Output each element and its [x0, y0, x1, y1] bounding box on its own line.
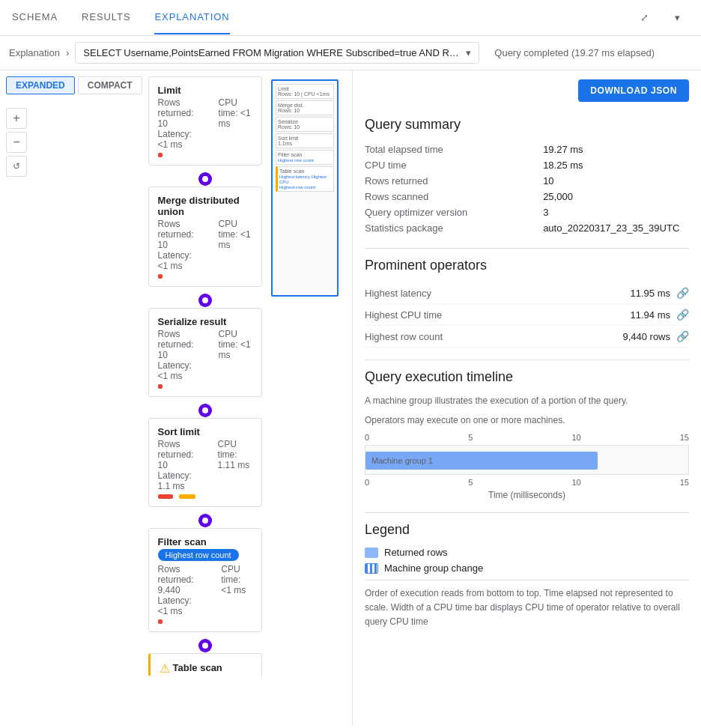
summary-label: CPU time	[365, 157, 543, 173]
tab-schema[interactable]: SCHEMA	[12, 1, 58, 34]
summary-label: Rows scanned	[365, 189, 543, 204]
legend-label-returned: Returned rows	[384, 547, 448, 558]
timeline-machine-bar: Machine group 1	[365, 452, 598, 470]
operator-name-tablescan: Table scan	[173, 662, 222, 673]
view-toggle: EXPANDED COMPACT	[6, 76, 142, 94]
cpu-limit: CPU time: <1 ms	[219, 97, 252, 129]
axis-10: 10	[571, 433, 580, 442]
operator-metrics-serialize: Rows returned: 10 Latency: <1 ms CPU tim…	[158, 329, 252, 381]
operator-metrics-limit: Rows returned: 10 Latency: <1 ms CPU tim…	[158, 97, 252, 150]
summary-value: 3	[543, 204, 689, 220]
summary-label: Statistics package	[365, 220, 543, 236]
bar-row-merge	[158, 274, 252, 279]
divider-3	[365, 512, 689, 513]
summary-value: 18.25 ms	[543, 157, 689, 173]
connector-4	[148, 513, 262, 528]
latency-bar-serialize	[158, 384, 163, 389]
operator-name-sort: Sort limit	[158, 426, 252, 437]
operator-list: Limit Rows returned: 10 Latency: <1 ms C…	[148, 76, 265, 676]
expand-icon[interactable]: ⤢	[632, 6, 656, 30]
operator-card-serialize[interactable]: Serialize result Rows returned: 10 Laten…	[148, 308, 262, 397]
legend-swatch-machine	[365, 563, 378, 574]
query-selector[interactable]: SELECT Username,PointsEarned FROM Migrat…	[75, 42, 479, 64]
prominent-label: Highest CPU time	[365, 309, 631, 321]
prominent-row: Highest latency 11.95 ms 🔗	[365, 282, 689, 304]
badge-highest-row-count-filter: Highest row count	[158, 549, 239, 561]
operator-card-limit[interactable]: Limit Rows returned: 10 Latency: <1 ms C…	[148, 76, 262, 166]
minimap-area: LimitRows: 10 | CPU <1ms Merge dist.Rows…	[271, 76, 346, 297]
operator-header-tablescan: ⚠ Table scan	[160, 661, 252, 676]
query-dropdown-icon: ▾	[466, 47, 471, 58]
zoom-controls: + − ↺	[6, 108, 142, 177]
chevron-down-icon[interactable]: ▾	[665, 6, 689, 30]
link-icon[interactable]: 🔗	[676, 309, 689, 321]
latency-limit: Latency: <1 ms	[158, 129, 195, 150]
tab-results[interactable]: RESULTS	[82, 1, 130, 34]
legend-item-returned: Returned rows	[365, 547, 689, 558]
top-tabs-bar: SCHEMA RESULTS EXPLANATION ⤢ ▾	[0, 0, 701, 36]
zoom-out-btn[interactable]: −	[6, 132, 27, 153]
operator-metrics-filter: Rows returned: 9,440 Latency: <1 ms CPU …	[158, 564, 252, 616]
latency-bar-sort	[158, 494, 173, 499]
left-panel: EXPANDED COMPACT + − ↺ Limit Rows return…	[0, 70, 352, 726]
prominent-value: 9,440 rows	[622, 331, 670, 342]
prominent-value: 11.94 ms	[631, 309, 670, 321]
summary-row: Total elapsed time19.27 ms	[365, 142, 689, 157]
latency-bar-filter	[158, 619, 163, 624]
timeline-section: Query execution timeline A machine group…	[365, 369, 689, 500]
operator-card-merge[interactable]: Merge distributed union Rows returned: 1…	[148, 186, 262, 287]
operator-metrics-sort: Rows returned: 10 Latency: 1.1 ms CPU ti…	[158, 439, 252, 491]
summary-row: Rows returned10	[365, 173, 689, 189]
timeline-chart: 0 5 10 15 Machine group 1 0 5 10 15 Time…	[365, 433, 689, 500]
tab-explanation[interactable]: EXPLANATION	[154, 1, 229, 34]
timeline-desc1: A machine group illustrates the executio…	[365, 394, 689, 407]
connector-3	[148, 403, 262, 418]
axis-15: 15	[680, 433, 689, 442]
tabs-left: SCHEMA RESULTS EXPLANATION	[12, 1, 230, 34]
summary-row: Query optimizer version3	[365, 204, 689, 220]
summary-value: auto_20220317_23_35_39UTC	[543, 220, 689, 236]
compact-btn[interactable]: COMPACT	[78, 76, 142, 94]
operator-card-tablescan[interactable]: ⚠ Table scan on Migration Full scan High…	[148, 653, 262, 676]
divider-1	[365, 248, 689, 249]
breadcrumb-label: Explanation	[9, 47, 60, 58]
axis-0: 0	[365, 433, 369, 442]
latency-filter: Latency: <1 ms	[158, 595, 198, 616]
axis-b-10: 10	[571, 478, 580, 487]
summary-value: 10	[543, 173, 689, 189]
tabs-right: ⤢ ▾	[632, 6, 689, 30]
operator-card-filter[interactable]: Filter scan Highest row count Rows retur…	[148, 528, 262, 632]
left-controls: EXPANDED COMPACT + − ↺	[6, 76, 142, 177]
right-panel: DOWNLOAD JSON Query summary Total elapse…	[352, 70, 701, 726]
timeline-desc2: Operators may execute on one or more mac…	[365, 413, 689, 427]
operator-name-serialize: Serialize result	[158, 316, 252, 327]
breadcrumb-arrow: ›	[66, 47, 69, 58]
prominent-label: Highest row count	[365, 331, 622, 342]
bar-row-serialize	[158, 384, 252, 389]
prominent-row: Highest row count 9,440 rows 🔗	[365, 326, 689, 348]
prominent-row: Highest CPU time 11.94 ms 🔗	[365, 304, 689, 326]
latency-bar-merge	[158, 274, 163, 279]
rows-filter: Rows returned: 9,440	[158, 564, 198, 595]
expanded-btn[interactable]: EXPANDED	[6, 76, 75, 94]
rows-merge: Rows returned: 10	[158, 219, 195, 250]
divider-2	[365, 360, 689, 360]
minimap: LimitRows: 10 | CPU <1ms Merge dist.Rows…	[271, 79, 339, 297]
cpu-bar-sort	[179, 494, 195, 499]
query-selector-text: SELECT Username,PointsEarned FROM Migrat…	[83, 47, 461, 58]
timeline-title: Query execution timeline	[365, 369, 689, 385]
zoom-reset-btn[interactable]: ↺	[6, 156, 27, 177]
zoom-in-btn[interactable]: +	[6, 108, 27, 129]
link-icon[interactable]: 🔗	[676, 330, 689, 342]
operator-metrics-merge: Rows returned: 10 Latency: <1 ms CPU tim…	[158, 219, 252, 271]
download-json-btn[interactable]: DOWNLOAD JSON	[578, 79, 689, 102]
operator-card-sort[interactable]: Sort limit Rows returned: 10 Latency: 1.…	[148, 418, 262, 507]
timeline-axis-bottom: 0 5 10 15	[365, 478, 689, 487]
timeline-bar-area: Machine group 1	[365, 445, 689, 475]
prominent-operators-section: Prominent operators Highest latency 11.9…	[365, 258, 689, 348]
latency-sort: Latency: 1.1 ms	[158, 470, 194, 491]
link-icon[interactable]: 🔗	[676, 287, 689, 299]
axis-b-0: 0	[365, 478, 369, 487]
legend-title: Legend	[365, 522, 689, 538]
bar-row-filter	[158, 619, 252, 624]
